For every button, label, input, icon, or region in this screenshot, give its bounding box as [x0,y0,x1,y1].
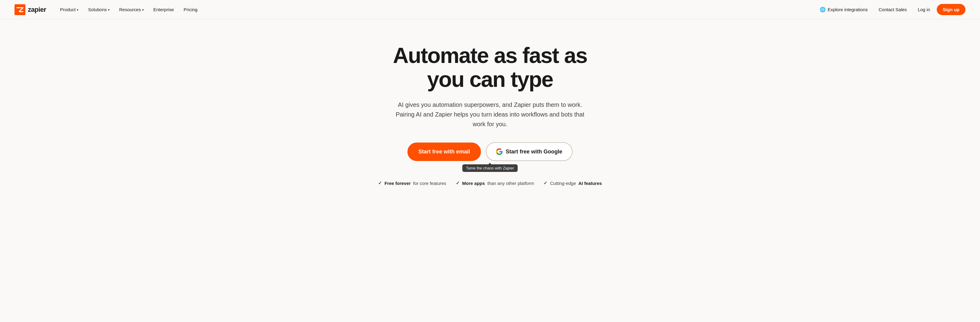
explore-label: Explore integrations [827,7,868,12]
feature-ai: ✓ Cutting-edge AI features [544,180,601,186]
nav-right: 🌐 Explore integrations Contact Sales Log… [815,4,966,15]
feature-apps-text: than any other platform [487,181,534,186]
contact-label: Contact Sales [879,7,907,12]
nav-solutions-chevron: ▾ [108,8,110,11]
nav-pricing[interactable]: Pricing [179,5,202,14]
nav-left: Product ▾ Solutions ▾ Resources ▾ Enterp… [56,5,816,14]
hero-title: Automate as fast as you can type [372,43,608,91]
nav-product[interactable]: Product ▾ [56,5,83,14]
feature-free-forever: ✓ Free forever for core features [378,180,446,186]
signup-label: Sign up [943,7,959,12]
nav-resources-label: Resources [119,7,141,12]
nav-enterprise-label: Enterprise [153,7,174,12]
globe-icon: 🌐 [820,6,826,13]
tooltip: Tame the chaos with Zapier [463,164,518,172]
feature-more-apps: ✓ More apps than any other platform [456,180,534,186]
navbar: zapier Product ▾ Solutions ▾ Resources ▾… [0,0,980,19]
feature-ai-bold: AI features [578,181,602,186]
logo-link[interactable]: zapier [14,4,46,15]
hero-section: Automate as fast as you can type AI give… [0,19,980,204]
features-row: ✓ Free forever for core features ✓ More … [378,180,602,186]
start-free-google-button[interactable]: Start free with Google [486,142,573,161]
check-icon-3: ✓ [544,180,547,186]
nav-pricing-label: Pricing [184,7,197,12]
google-logo-icon [496,148,503,155]
feature-free-text: for core features [413,181,446,186]
start-email-label: Start free with email [418,148,470,155]
nav-solutions[interactable]: Solutions ▾ [84,5,114,14]
signup-button[interactable]: Sign up [937,4,966,15]
login-label: Log in [918,7,930,12]
nav-resources-chevron: ▾ [142,8,144,11]
explore-integrations-link[interactable]: 🌐 Explore integrations [815,4,872,15]
tooltip-text: Tame the chaos with Zapier [466,166,514,171]
contact-sales-link[interactable]: Contact Sales [875,5,911,14]
logo-text: zapier [28,6,46,14]
start-google-label: Start free with Google [506,148,562,155]
feature-free-bold: Free forever [385,181,411,186]
feature-ai-regular: Cutting-edge [550,181,576,186]
nav-product-label: Product [60,7,76,12]
feature-apps-bold: More apps [462,181,485,186]
svg-rect-0 [14,4,25,15]
hero-subtitle: AI gives you automation superpowers, and… [393,100,587,129]
nav-enterprise[interactable]: Enterprise [149,5,178,14]
check-icon-2: ✓ [456,180,460,186]
check-icon-1: ✓ [378,180,382,186]
start-free-email-button[interactable]: Start free with email [407,142,481,161]
nav-resources[interactable]: Resources ▾ [115,5,148,14]
cta-row: Start free with email Start free with Go… [407,142,573,161]
nav-solutions-label: Solutions [88,7,107,12]
login-link[interactable]: Log in [913,5,934,14]
nav-product-chevron: ▾ [77,8,78,11]
